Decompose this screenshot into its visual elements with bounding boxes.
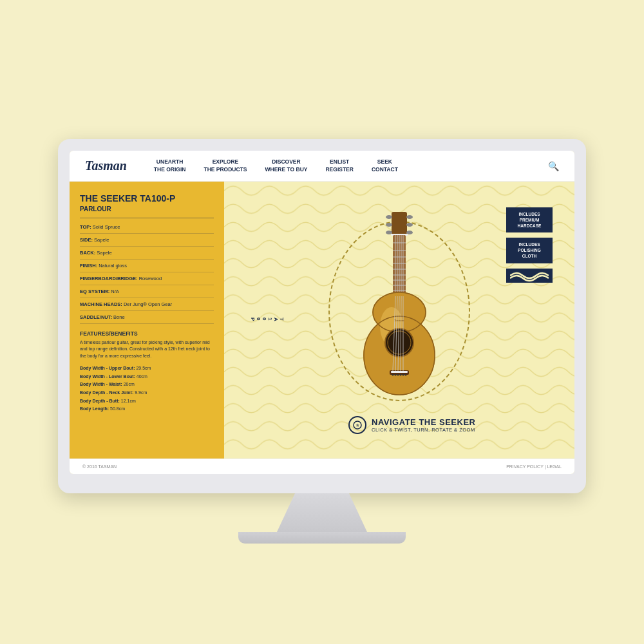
svg-point-2 [386, 215, 392, 219]
nav-unearth[interactable]: UNEARTHTHE ORIGIN [145, 158, 195, 173]
navigate-title: NAVIGATE THE SEEKER [372, 417, 475, 427]
monitor-screen-inner: Tasman UNEARTHTHE ORIGIN EXPLORETHE PROD… [70, 151, 574, 474]
guitar-container: TA100P [237, 194, 562, 446]
logo[interactable]: Tasman [85, 158, 127, 173]
navigate-icon [348, 416, 366, 434]
nav-discover[interactable]: DISCOVERWHERE TO BUY [256, 158, 317, 173]
svg-point-38 [400, 374, 402, 376]
svg-point-36 [395, 374, 397, 376]
main-content: THE SEEKER TA100-P PARLOUR TOP: Solid Sp… [70, 182, 574, 459]
svg-rect-1 [392, 212, 407, 234]
footer: © 2016 TASMAN PRIVACY POLICY | LEGAL [70, 459, 574, 474]
svg-point-4 [386, 231, 392, 234]
nav-explore[interactable]: EXPLORETHE PRODUCTS [194, 158, 256, 173]
monitor-base [238, 532, 406, 544]
nav-links: UNEARTHTHE ORIGIN EXPLORETHE PRODUCTS DI… [145, 158, 548, 173]
right-panel: TA100P [224, 182, 574, 459]
navigation: Tasman UNEARTHTHE ORIGIN EXPLORETHE PROD… [70, 151, 574, 182]
svg-point-7 [406, 231, 413, 234]
spec-side: SIDE: Sapele [80, 235, 214, 247]
svg-point-40 [405, 374, 407, 376]
svg-text:Tasman: Tasman [394, 319, 404, 322]
hardcase-badge: INCLUDESPREMIUMHARDCASE [506, 207, 553, 232]
svg-point-39 [402, 374, 404, 376]
spec-back: BACK: Sapele [80, 248, 214, 260]
svg-point-5 [406, 215, 413, 219]
guitar-model-label: TA100P [250, 317, 285, 323]
monitor-wrapper: Tasman UNEARTHTHE ORIGIN EXPLORETHE PROD… [58, 139, 586, 544]
nav-enlist[interactable]: ENLISTREGISTER [316, 158, 362, 173]
product-subtitle: PARLOUR [80, 205, 214, 213]
monitor-stand [277, 493, 367, 532]
navigate-text: NAVIGATE THE SEEKER CLICK & TWIST, TURN,… [372, 417, 475, 433]
guitar-image[interactable]: Tasman [348, 211, 451, 417]
svg-point-3 [386, 223, 392, 227]
features-title: FEATURES/BENEFITS [80, 330, 214, 337]
monitor-screen-outer: Tasman UNEARTHTHE ORIGIN EXPLORETHE PROD… [58, 139, 586, 493]
footer-copyright: © 2016 TASMAN [82, 464, 117, 469]
divider [80, 218, 214, 218]
dimensions: Body Width - Upper Bout: 29.5cm Body Wid… [80, 365, 214, 413]
left-panel: THE SEEKER TA100-P PARLOUR TOP: Solid Sp… [70, 182, 224, 459]
nav-seek[interactable]: SEEKCONTACT [363, 158, 407, 173]
svg-point-37 [397, 374, 399, 376]
navigate-subtitle: CLICK & TWIST, TURN, ROTATE & ZOOM [372, 427, 475, 433]
spec-saddle: SADDLE/NUT: Bone [80, 312, 214, 324]
search-icon[interactable]: 🔍 [548, 161, 559, 171]
svg-point-6 [406, 223, 413, 227]
accessories-panel: INCLUDESPREMIUMHARDCASE INCLUDESPOLISHIN… [506, 207, 553, 283]
spec-eq: EQ SYSTEM: N/A [80, 287, 214, 298]
footer-links[interactable]: PRIVACY POLICY | LEGAL [506, 464, 562, 469]
spec-finish: FINISH: Natural gloss [80, 261, 214, 272]
website: Tasman UNEARTHTHE ORIGIN EXPLORETHE PROD… [70, 151, 574, 474]
spec-fingerboard: FINGERBOARD/BRIDGE: Rosewood [80, 274, 214, 285]
guitar-area: TA100P [224, 182, 574, 459]
spec-top: TOP: Solid Spruce [80, 222, 214, 234]
navigate-bar: NAVIGATE THE SEEKER CLICK & TWIST, TURN,… [348, 416, 475, 434]
svg-point-35 [392, 374, 394, 376]
spec-machine-heads: MACHINE HEADS: Der Jung® Open Gear [80, 299, 214, 311]
product-title: THE SEEKER TA100-P [80, 193, 214, 204]
wave-badge [506, 269, 553, 283]
features-desc: A timeless parlour guitar, great for pic… [80, 339, 214, 360]
polishing-badge: INCLUDESPOLISHINGCLOTH [506, 238, 553, 263]
svg-rect-34 [391, 371, 408, 373]
